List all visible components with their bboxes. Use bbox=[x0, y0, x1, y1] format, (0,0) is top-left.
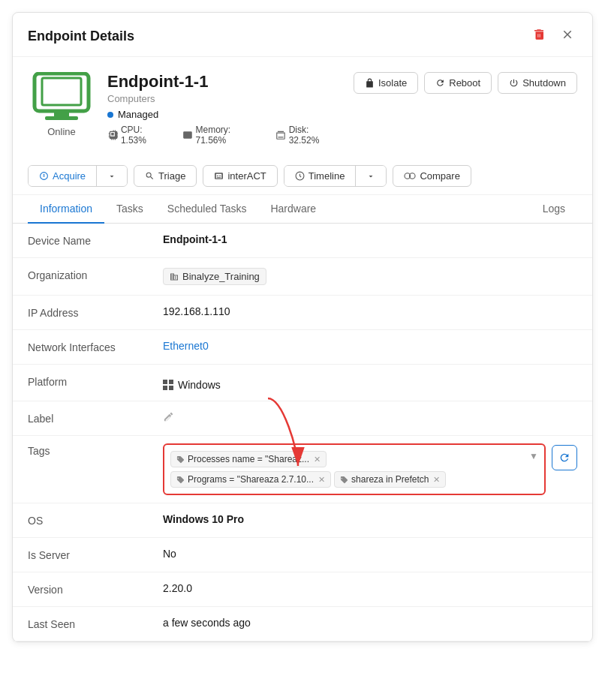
tab-hardware[interactable]: Hardware bbox=[258, 195, 328, 224]
windows-icon bbox=[163, 380, 173, 390]
tag-chip-1: Processes name = "Shareaz... ✕ bbox=[170, 451, 327, 467]
ethernet-link[interactable]: Ethernet0 bbox=[163, 340, 209, 352]
acquire-dropdown-button[interactable] bbox=[97, 166, 127, 186]
tags-dropdown-arrow[interactable]: ▼ bbox=[529, 451, 538, 461]
tag-icon-2 bbox=[176, 476, 185, 484]
tabs: Information Tasks Scheduled Tasks Hardwa… bbox=[13, 195, 592, 224]
tag-chip-2: Programs = "Shareaza 2.7.10... ✕ bbox=[170, 471, 331, 488]
acquire-button[interactable]: Acquire bbox=[29, 166, 97, 186]
org-icon bbox=[170, 272, 179, 281]
shutdown-button[interactable]: Shutdown bbox=[498, 72, 577, 94]
tags-container[interactable]: Processes name = "Shareaz... ✕ ▼ Program… bbox=[163, 443, 546, 495]
version-row: Version 2.20.0 bbox=[13, 572, 592, 607]
tags-row: Tags Processes name = "Shareaz... ✕ ▼ bbox=[13, 436, 592, 503]
is-server-value: No bbox=[163, 548, 577, 560]
isolate-label: Isolate bbox=[378, 77, 407, 89]
toolbar: Acquire Triage interACT Timeline bbox=[13, 158, 592, 195]
triage-icon bbox=[145, 171, 155, 181]
reboot-label: Reboot bbox=[449, 77, 480, 89]
tags-row-2: Programs = "Shareaza 2.7.10... ✕ shareza… bbox=[170, 471, 538, 488]
tag-3-remove[interactable]: ✕ bbox=[433, 475, 440, 485]
last-seen-value: a few seconds ago bbox=[163, 617, 577, 629]
tags-row-inner: Processes name = "Shareaz... ✕ ▼ bbox=[170, 451, 538, 467]
close-button[interactable] bbox=[558, 25, 577, 47]
timeline-chevron-icon bbox=[366, 172, 375, 181]
disk-value: Disk: 32.52% bbox=[289, 125, 342, 146]
interact-button[interactable]: interACT bbox=[203, 165, 277, 187]
platform-text: Windows bbox=[178, 379, 221, 391]
tag-3-text: shareza in Prefetch bbox=[351, 474, 429, 485]
interact-label: interACT bbox=[227, 170, 266, 182]
last-seen-row: Last Seen a few seconds ago bbox=[13, 607, 592, 641]
compare-label: Compare bbox=[420, 170, 459, 182]
power-icon bbox=[509, 78, 519, 88]
reboot-button[interactable]: Reboot bbox=[424, 72, 492, 94]
cpu-stat: CPU: 1.53% bbox=[107, 125, 170, 146]
device-name-value: Endpoint-1-1 bbox=[163, 233, 577, 245]
cpu-value: CPU: 1.53% bbox=[121, 125, 170, 146]
tab-tasks[interactable]: Tasks bbox=[104, 195, 155, 224]
refresh-icon bbox=[558, 452, 570, 464]
label-value bbox=[163, 411, 577, 425]
platform-label: Platform bbox=[28, 374, 163, 388]
device-name-label: Device Name bbox=[28, 233, 163, 247]
acquire-label: Acquire bbox=[53, 170, 86, 182]
ip-address-label: IP Address bbox=[28, 305, 163, 319]
tags-info-value: Processes name = "Shareaz... ✕ ▼ Program… bbox=[163, 443, 577, 495]
organization-label: Organization bbox=[28, 268, 163, 281]
tag-1-remove[interactable]: ✕ bbox=[314, 455, 321, 464]
org-name: Binalyze_Training bbox=[182, 271, 260, 282]
windows-platform: Windows bbox=[163, 379, 221, 391]
version-value: 2.20.0 bbox=[163, 582, 577, 594]
organization-row: Organization Binalyze_Training bbox=[13, 258, 592, 296]
svg-rect-2 bbox=[54, 111, 69, 116]
edit-label-icon[interactable] bbox=[163, 412, 174, 425]
network-interfaces-row: Network Interfaces Ethernet0 bbox=[13, 330, 592, 365]
tag-2-remove[interactable]: ✕ bbox=[318, 475, 325, 485]
endpoint-details-block: Endpoint-1-1 Computers Managed CPU: 1.53… bbox=[107, 72, 342, 146]
shutdown-label: Shutdown bbox=[522, 77, 566, 89]
tab-logs[interactable]: Logs bbox=[531, 195, 577, 224]
acquire-icon bbox=[39, 171, 49, 181]
triage-button[interactable]: Triage bbox=[134, 165, 197, 187]
tab-information[interactable]: Information bbox=[28, 195, 104, 224]
tag-icon-1 bbox=[176, 455, 185, 464]
svg-rect-3 bbox=[45, 116, 78, 120]
ip-address-value: 192.168.1.110 bbox=[163, 305, 577, 317]
reboot-icon bbox=[435, 78, 445, 88]
status-dot bbox=[107, 112, 113, 118]
endpoint-name: Endpoint-1-1 bbox=[107, 72, 342, 92]
last-seen-label: Last Seen bbox=[28, 617, 163, 630]
endpoint-icon-block: Online bbox=[28, 72, 95, 137]
timeline-dropdown-button[interactable] bbox=[356, 166, 386, 186]
delete-button[interactable] bbox=[529, 25, 549, 47]
managed-status: Managed bbox=[118, 109, 158, 120]
tags-refresh-button[interactable] bbox=[552, 445, 577, 470]
platform-value: Windows bbox=[163, 374, 577, 391]
endpoint-info-section: Online Endpoint-1-1 Computers Managed CP… bbox=[13, 57, 592, 158]
is-server-label: Is Server bbox=[28, 548, 163, 561]
org-badge: Binalyze_Training bbox=[163, 268, 266, 285]
disk-stat: Disk: 32.52% bbox=[275, 125, 342, 146]
ip-address-row: IP Address 192.168.1.110 bbox=[13, 296, 592, 330]
platform-row: Platform Windows bbox=[13, 365, 592, 401]
version-label: Version bbox=[28, 582, 163, 596]
tag-icon-3 bbox=[340, 476, 348, 484]
memory-icon bbox=[182, 130, 193, 140]
stats-row: CPU: 1.53% Memory: 71.56% Disk: 32.52% bbox=[107, 125, 342, 146]
tab-scheduled-tasks[interactable]: Scheduled Tasks bbox=[155, 195, 259, 224]
svg-rect-1 bbox=[42, 78, 81, 105]
lock-icon bbox=[365, 78, 375, 88]
tag-1-text: Processes name = "Shareaz... bbox=[188, 454, 309, 464]
compare-button[interactable]: Compare bbox=[393, 165, 471, 187]
panel-header: Endpoint Details bbox=[13, 13, 592, 57]
timeline-button[interactable]: Timeline bbox=[284, 166, 357, 186]
acquire-chevron-icon bbox=[107, 172, 116, 181]
isolate-button[interactable]: Isolate bbox=[354, 72, 418, 94]
os-value: Windows 10 Pro bbox=[163, 513, 577, 525]
header-actions bbox=[529, 25, 577, 47]
label-row: Label bbox=[13, 401, 592, 436]
action-buttons: Isolate Reboot Shutdown bbox=[354, 72, 577, 94]
tag-2-text: Programs = "Shareaza 2.7.10... bbox=[188, 474, 314, 485]
timeline-group: Timeline bbox=[284, 165, 387, 187]
